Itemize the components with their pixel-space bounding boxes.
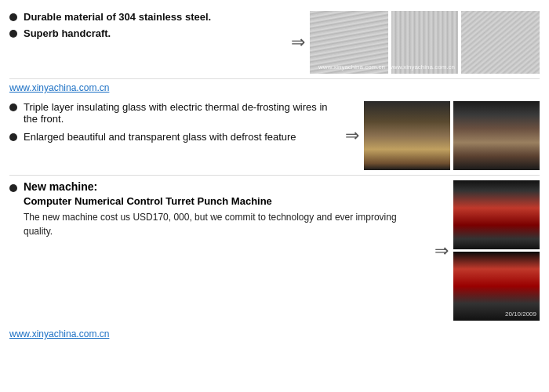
steel-image-3 — [461, 11, 540, 74]
link-machine[interactable]: www.xinyachina.com.cn — [9, 328, 540, 339]
watermark-machine: 20/10/2009 — [505, 310, 536, 318]
bullet-item-4: Enlarged beautiful and transparent glass… — [9, 131, 333, 143]
arrow-3: ⇒ — [434, 241, 449, 261]
bullet-text-4: Enlarged beautiful and transparent glass… — [24, 131, 296, 143]
section-steel: Durable material of 304 stainless steel.… — [9, 8, 540, 79]
bullet-text-3: Triple layer insulating glass with elect… — [24, 101, 333, 125]
watermark-steel-1: www.xinyachina.com.cn — [318, 64, 385, 71]
arrow-1: ⇒ — [291, 32, 305, 53]
watermark-steel-2: www.xinyachina.com.cn — [391, 64, 455, 71]
bullet-dot-3 — [9, 103, 17, 111]
bullet-dot-5 — [9, 184, 17, 192]
section-glass: Triple layer insulating glass with elect… — [9, 95, 540, 176]
bullet-text-1: Durable material of 304 stainless steel. — [24, 11, 211, 23]
machine-image-2: 20/10/2009 — [453, 252, 540, 321]
bullet-item-3: Triple layer insulating glass with elect… — [9, 101, 333, 125]
machine-image-1 — [453, 180, 540, 249]
display-image-2 — [453, 101, 540, 170]
bullet-item-1: Durable material of 304 stainless steel. — [9, 11, 278, 23]
bullet-dot-2 — [9, 30, 17, 38]
bullet-dot-4 — [9, 133, 17, 141]
steel-image-1: www.xinyachina.com.cn — [310, 11, 388, 74]
bullet-item-5: New machine: Computer Numerical Control … — [9, 180, 422, 238]
arrow-2: ⇒ — [345, 125, 359, 146]
display-image-1 — [364, 101, 450, 170]
machine-images: 20/10/2009 — [453, 180, 540, 321]
section-machine: New machine: Computer Numerical Control … — [9, 176, 540, 324]
new-machine-body: The new machine cost us USD170, 000, but… — [24, 210, 422, 238]
machine-text-block: New machine: Computer Numerical Control … — [9, 180, 430, 243]
bullet-text-2: Superb handcraft. — [24, 27, 111, 39]
bullet-dot-1 — [9, 13, 17, 21]
steel-image-2: www.xinyachina.com.cn — [391, 11, 458, 74]
glass-text-block: Triple layer insulating glass with elect… — [9, 101, 340, 147]
machine-content: New machine: Computer Numerical Control … — [24, 180, 422, 238]
steel-text-block: Durable material of 304 stainless steel.… — [9, 11, 286, 44]
new-machine-title: New machine: — [24, 180, 422, 193]
bullet-item-2: Superb handcraft. — [9, 27, 278, 39]
link-steel[interactable]: www.xinyachina.com.cn — [9, 82, 540, 93]
new-machine-subtitle: Computer Numerical Control Turret Punch … — [24, 195, 422, 207]
steel-images: www.xinyachina.com.cn www.xinyachina.com… — [310, 11, 540, 74]
page: Durable material of 304 stainless steel.… — [0, 0, 549, 392]
glass-images — [364, 101, 540, 170]
